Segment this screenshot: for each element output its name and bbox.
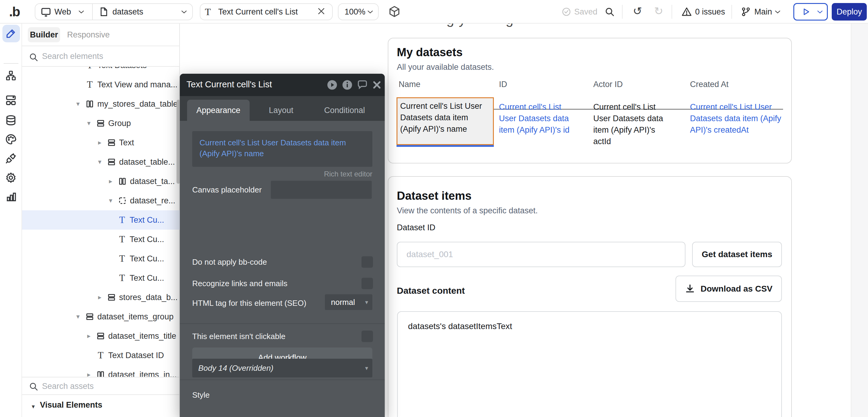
tree-item[interactable]: ▸dataset_items_in... (22, 365, 180, 377)
chevron-right-icon[interactable]: ▸ (96, 139, 104, 147)
rich-text-value[interactable]: Current cell's List User Datasets data i… (192, 131, 372, 167)
toolbar-divider (732, 5, 732, 19)
chevron-down-icon[interactable]: ▾ (85, 119, 93, 127)
tab-responsive[interactable]: Responsive (67, 27, 110, 42)
my-datasets-card: My datasets All your available datasets.… (388, 38, 792, 163)
col-header-id: ID (499, 80, 507, 89)
tree-item[interactable]: ▾Group (22, 114, 180, 133)
deploy-button[interactable]: Deploy (832, 3, 867, 21)
gear-icon[interactable] (5, 172, 17, 185)
chart-icon[interactable] (5, 191, 17, 204)
tree-item[interactable]: ▾dataset_table... (22, 152, 180, 172)
palette-icon[interactable] (5, 133, 17, 147)
download-csv-button[interactable]: Download as CSV (676, 276, 782, 302)
tree-item[interactable]: TText Cu... (22, 268, 180, 288)
inspector-header[interactable]: Text Current cell's List (180, 74, 385, 96)
tree-item[interactable]: TText Datasets (22, 67, 180, 75)
tree-item[interactable]: ▸dataset_items_title (22, 326, 180, 346)
rows-element-icon (85, 313, 94, 321)
text-element-icon: T (85, 79, 94, 90)
plug-icon[interactable] (5, 152, 17, 166)
cell-id-text[interactable]: Current cell's List User Datasets data i… (499, 101, 578, 136)
left-icon-rail (0, 24, 22, 417)
chevron-right-icon[interactable]: ▸ (96, 293, 104, 301)
cell-created-at-text[interactable]: Current cell's List User Datasets data i… (690, 101, 787, 136)
components-icon[interactable] (5, 94, 17, 107)
columns-element-icon (85, 100, 94, 108)
search-elements-input[interactable] (42, 49, 169, 63)
repeating-group-icon (118, 196, 127, 205)
toolbar-divider (672, 5, 672, 19)
device-selector[interactable]: Web (54, 7, 71, 17)
rail-divider (4, 63, 19, 64)
chevron-down-icon[interactable]: ▾ (107, 197, 115, 204)
database-icon[interactable] (5, 114, 17, 128)
chevron-down-icon[interactable]: ▾ (32, 403, 35, 410)
tab-conditional[interactable]: Conditional (322, 100, 367, 121)
info-icon[interactable] (341, 78, 354, 92)
seo-value: normal (331, 298, 355, 307)
tree-item[interactable]: ▸dataset_ta... (22, 172, 180, 191)
links-label: Recognize links and emails (192, 279, 287, 288)
tree-item[interactable]: TText Cu... (22, 249, 180, 268)
undo-icon[interactable]: ↺ (633, 5, 642, 18)
text-element-icon: T (118, 234, 127, 245)
section-divider (180, 380, 385, 380)
tree-item[interactable]: TText Cu... (22, 230, 180, 249)
tab-builder[interactable]: Builder (28, 27, 60, 42)
tree-item[interactable]: ▸stores_data_b... (22, 288, 180, 307)
app-logo[interactable]: .b (9, 4, 20, 19)
tab-layout[interactable]: Layout (265, 100, 298, 121)
run-icon[interactable] (326, 78, 339, 92)
dataset-content-box[interactable]: datasets's datasetItemsText (397, 311, 782, 417)
links-checkbox[interactable] (362, 278, 373, 289)
seo-select[interactable]: normal ▾ (325, 294, 372, 310)
tree-item[interactable]: TText View and mana... (22, 75, 180, 94)
close-icon[interactable] (370, 78, 383, 92)
inspector-title: Text Current cell's List (186, 79, 272, 90)
chevron-down-icon[interactable]: ▾ (96, 158, 104, 166)
rich-text-editor-hint[interactable]: Rich text editor (324, 170, 372, 178)
style-value: Body 14 (Overridden) (198, 363, 274, 373)
dataset-items-subtitle: View the contents of a specific dataset. (397, 206, 538, 216)
chevron-down-icon[interactable]: ▾ (74, 313, 82, 321)
chevron-right-icon[interactable]: ▸ (107, 178, 115, 185)
clickable-checkbox[interactable] (362, 330, 373, 342)
chevron-down-icon: ▾ (365, 298, 368, 306)
cell-actor-id-text[interactable]: Current cell's List User Datasets data i… (593, 101, 673, 147)
tree-item[interactable]: ▾my_stores_data_table (22, 94, 180, 114)
tree-item-selected[interactable]: TText Cu... (22, 210, 180, 230)
canvas-gutter (851, 0, 868, 417)
tree-item[interactable]: TText Dataset ID (22, 346, 180, 365)
seo-label: HTML tag for this element (SEO) (192, 298, 306, 308)
pencil-icon[interactable] (5, 28, 17, 40)
bbcode-checkbox[interactable] (362, 256, 373, 268)
style-select[interactable]: Body 14 (Overridden) ▾ (192, 359, 372, 377)
issues-counter[interactable]: 0 issues (695, 7, 725, 17)
comment-icon[interactable] (356, 78, 369, 92)
top-toolbar: .b Web datasets T Text Current cell's Li… (0, 0, 868, 24)
tree-scrollbar[interactable] (177, 100, 180, 184)
redo-icon[interactable]: ↻ (654, 5, 663, 18)
tree-item[interactable]: ▸Text (22, 133, 180, 152)
chevron-down-icon[interactable]: ▾ (74, 100, 82, 108)
canvas-placeholder-label: Canvas placeholder (192, 185, 262, 195)
page-selector[interactable]: datasets (113, 7, 143, 17)
chevron-down-icon: ▾ (365, 364, 368, 372)
search-icon (29, 382, 38, 392)
element-tab-label: Text Current cell's List (218, 7, 298, 17)
canvas-placeholder-input[interactable] (271, 181, 372, 199)
tab-appearance[interactable]: Appearance (187, 100, 250, 121)
dataset-id-input[interactable] (397, 242, 685, 267)
tree-item[interactable]: ▾dataset_items_group (22, 307, 180, 326)
download-csv-label: Download as CSV (701, 284, 773, 294)
text-element-icon: T (205, 6, 211, 18)
branch-selector[interactable]: Main (754, 7, 772, 17)
sitemap-icon[interactable] (5, 70, 17, 83)
search-assets-input[interactable] (42, 379, 169, 393)
chevron-right-icon[interactable]: ▸ (85, 371, 93, 377)
tree-item[interactable]: ▾dataset_re... (22, 191, 180, 210)
selected-text-element-name-cell[interactable]: Current cell's List User Datasets data i… (397, 97, 494, 145)
get-dataset-items-button[interactable]: Get dataset items (692, 242, 782, 267)
chevron-right-icon[interactable]: ▸ (85, 332, 93, 340)
